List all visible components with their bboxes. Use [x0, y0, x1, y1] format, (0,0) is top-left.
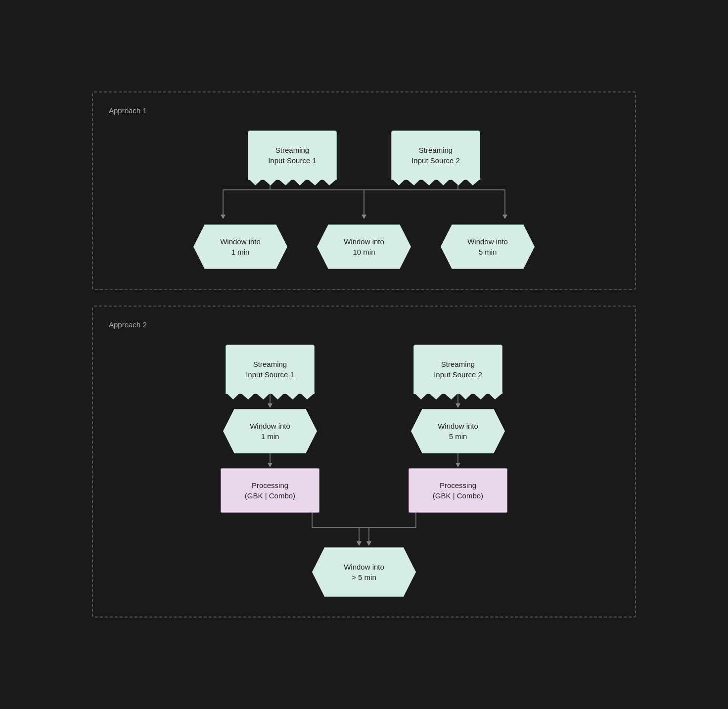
approach2-window-final-text: Window into> 5 min [344, 562, 384, 582]
svg-marker-6 [362, 215, 366, 219]
approach2-window2-text: Window into5 min [438, 421, 478, 442]
approach1-source1-text: StreamingInput Source 1 [268, 145, 317, 166]
svg-marker-25 [357, 541, 362, 546]
approach2-source2-text: StreamingInput Source 2 [434, 359, 482, 380]
svg-marker-19 [455, 463, 460, 467]
approach2-window1: Window into1 min [223, 409, 317, 453]
approach1-window1-text: Window into1 min [220, 236, 261, 257]
approach2-diagram: StreamingInput Source 1 Window into1 min [109, 345, 619, 597]
approach2-source1: StreamingInput Source 1 [226, 345, 315, 394]
approach1-arrows [176, 180, 552, 224]
arrow-down-1 [267, 394, 273, 409]
approach2-window1-text: Window into1 min [250, 421, 290, 442]
svg-marker-15 [268, 463, 273, 467]
approach2-sources-row: StreamingInput Source 1 Window into1 min [221, 345, 507, 513]
approach2-source2: StreamingInput Source 2 [413, 345, 502, 394]
arrow-down-4 [455, 453, 461, 468]
approach2-process2-text: Processing(GBK | Combo) [433, 480, 483, 501]
approach1-diagram: StreamingInput Source 1 StreamingInput S… [109, 131, 619, 269]
approach1-window2-text: Window into10 min [344, 236, 384, 257]
approach2-col2: StreamingInput Source 2 Window into5 min [409, 345, 507, 513]
arrow-down-2 [267, 453, 273, 468]
approach1-source2: StreamingInput Source 2 [391, 131, 480, 180]
svg-marker-3 [221, 215, 226, 219]
approach2-col1: StreamingInput Source 1 Window into1 min [221, 345, 319, 513]
approach1-windows-row: Window into1 min Window into10 min Windo… [193, 224, 535, 269]
approach2-window2: Window into5 min [411, 409, 505, 453]
approach1-source2-text: StreamingInput Source 2 [411, 145, 460, 166]
approach1-window2: Window into10 min [317, 224, 411, 269]
approach2-source1-text: StreamingInput Source 1 [246, 359, 294, 380]
approach1-window1: Window into1 min [193, 224, 287, 269]
approach2-process2: Processing(GBK | Combo) [409, 468, 507, 513]
approach1-window3-text: Window into5 min [467, 236, 508, 257]
approach2-process1: Processing(GBK | Combo) [221, 468, 319, 513]
approach2-merge-arrows [260, 513, 468, 547]
approach1-sources-row: StreamingInput Source 1 StreamingInput S… [109, 131, 619, 180]
svg-marker-13 [268, 403, 273, 408]
approach2-process1-text: Processing(GBK | Combo) [245, 480, 295, 501]
approach1-box: Approach 1 StreamingInput Source 1 Strea… [92, 91, 636, 290]
approach2-box: Approach 2 StreamingInput Source 1 [92, 306, 636, 618]
approach1-window3: Window into5 min [441, 224, 535, 269]
approach1-source1: StreamingInput Source 1 [248, 131, 337, 180]
approach2-label: Approach 2 [109, 320, 619, 329]
svg-marker-10 [502, 215, 507, 219]
arrow-down-3 [455, 394, 461, 409]
diagram-container: Approach 1 StreamingInput Source 1 Strea… [92, 91, 636, 618]
svg-marker-27 [366, 541, 371, 546]
svg-marker-17 [455, 403, 460, 408]
approach2-window-final: Window into> 5 min [312, 547, 416, 597]
approach1-label: Approach 1 [109, 106, 619, 115]
